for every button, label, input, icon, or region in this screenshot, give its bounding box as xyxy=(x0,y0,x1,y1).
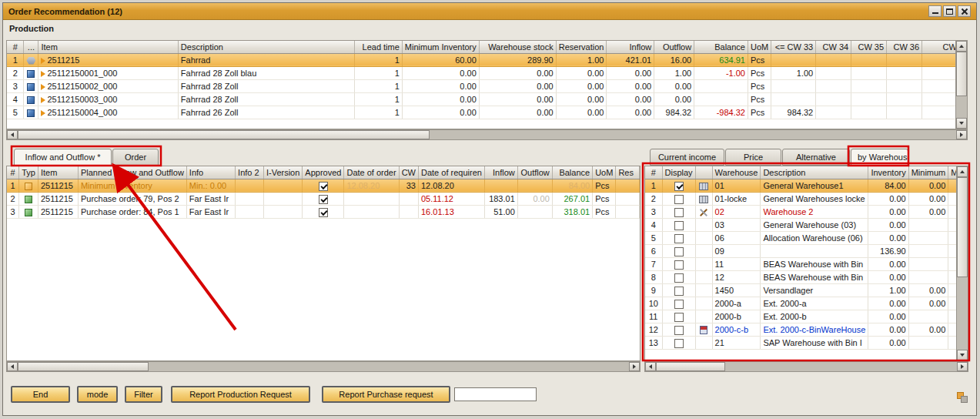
maximize-button[interactable] xyxy=(943,5,956,17)
warehouse-table-vscrollbar[interactable] xyxy=(956,166,968,360)
col-header-info[interactable]: Info xyxy=(186,166,235,179)
col-header-inventory[interactable]: Inventory xyxy=(868,166,908,179)
scroll-right-button[interactable] xyxy=(957,362,968,371)
report-purchase-request-button[interactable]: Report Purchase request xyxy=(322,386,450,403)
table-row[interactable]: 102000-aExt. 2000-a0.000.00 xyxy=(645,297,967,310)
top-table-hscrollbar[interactable] xyxy=(6,129,968,140)
close-button[interactable] xyxy=(958,5,971,17)
scrollbar-thumb[interactable] xyxy=(18,130,430,139)
table-row[interactable]: 12511215Minimum InventoryMin.: 0.0012.08… xyxy=(7,179,640,192)
col-header-warehouse-type-cell[interactable] xyxy=(695,166,712,179)
scroll-left-button[interactable] xyxy=(7,362,18,371)
col-header-outflow[interactable]: Outflow xyxy=(517,166,552,179)
free-text-input[interactable] xyxy=(454,387,537,401)
col-header-type-cell[interactable]: Typ xyxy=(19,166,38,179)
tab-by-warehouse[interactable]: by Warehouse xyxy=(851,149,908,166)
warehouse-table-hscrollbar[interactable] xyxy=(644,361,968,372)
table-row[interactable]: 711BEAS Warehouse with Bin0.00 xyxy=(645,257,967,270)
col-header-balance[interactable]: Balance xyxy=(552,166,592,179)
col-header-lead-time[interactable]: Lead time xyxy=(354,41,402,53)
filter-button[interactable]: Filter xyxy=(125,386,162,403)
display-checkbox[interactable] xyxy=(662,310,695,323)
col-header-display-checkbox[interactable]: Display xyxy=(662,166,695,179)
col-header-description[interactable]: Description xyxy=(178,41,354,53)
scroll-up-button[interactable] xyxy=(957,166,968,177)
approved-checkbox[interactable] xyxy=(303,192,344,205)
col-header-row-number[interactable]: # xyxy=(645,166,662,179)
checkbox[interactable] xyxy=(674,287,684,296)
title-bar[interactable]: Order Recommendation (12) xyxy=(3,3,976,20)
col-header-uom[interactable]: UoM xyxy=(748,41,771,53)
table-row[interactable]: 302Warehouse 20.000.00 xyxy=(645,205,967,218)
col-header-item-type-cell[interactable]: ... xyxy=(24,41,38,53)
col-header-approved-checkbox[interactable]: Approved xyxy=(303,166,344,179)
display-checkbox[interactable] xyxy=(662,244,695,257)
checkbox[interactable] xyxy=(674,300,684,309)
report-production-request-button[interactable]: Report Production Request xyxy=(171,386,310,403)
col-header-item-code[interactable]: Item xyxy=(38,166,78,179)
display-checkbox[interactable] xyxy=(662,336,695,349)
link-arrow-icon[interactable] xyxy=(41,110,45,116)
col-header-info-2[interactable]: Info 2 xyxy=(236,166,264,179)
display-checkbox[interactable] xyxy=(662,297,695,310)
tab-current-income[interactable]: Current income xyxy=(650,149,724,166)
col-header-cw-33[interactable]: <= CW 33 xyxy=(771,41,816,53)
display-checkbox[interactable] xyxy=(662,218,695,231)
col-header-i-version[interactable]: I-Version xyxy=(263,166,302,179)
scrollbar-thumb[interactable] xyxy=(656,362,725,371)
display-checkbox[interactable] xyxy=(662,179,695,192)
col-header-cw-35[interactable]: CW 35 xyxy=(851,41,887,53)
col-header-date-of-requirement[interactable]: Date of requiren xyxy=(418,166,484,179)
col-header-warehouse-code[interactable]: Warehouse xyxy=(712,166,761,179)
tab-inflow-and-outflow[interactable]: Inflow and Outflow * xyxy=(14,149,112,166)
table-row[interactable]: 403General Warehouse (03)0.00 xyxy=(645,218,967,231)
col-header-outflow[interactable]: Outflow xyxy=(654,41,694,53)
scroll-up-button[interactable] xyxy=(956,41,967,52)
checkbox[interactable] xyxy=(674,313,684,322)
end-button[interactable]: End xyxy=(11,386,70,403)
checkbox[interactable] xyxy=(674,273,684,283)
link-arrow-icon[interactable] xyxy=(41,84,45,90)
table-row[interactable]: 812BEAS Warehouse with Bin0.00 xyxy=(645,270,967,283)
col-header-cw-36[interactable]: CW 36 xyxy=(887,41,922,53)
minimize-button[interactable] xyxy=(928,5,942,17)
checkbox[interactable] xyxy=(319,195,328,204)
resize-grip-icon[interactable] xyxy=(957,392,969,404)
checkbox[interactable] xyxy=(674,182,684,191)
col-header-reservation[interactable]: Res xyxy=(616,166,640,179)
table-row[interactable]: 201-lockeGeneral Warehouses locke0.000.0… xyxy=(645,192,967,205)
col-header-item-code[interactable]: Item xyxy=(38,41,178,53)
col-header-uom[interactable]: UoM xyxy=(593,166,616,179)
col-header-balance[interactable]: Balance xyxy=(694,41,748,53)
scrollbar-thumb[interactable] xyxy=(956,52,967,96)
checkbox[interactable] xyxy=(674,326,684,335)
table-row[interactable]: 1321SAP Warehouse with Bin I0.00 xyxy=(645,336,967,349)
scroll-right-button[interactable] xyxy=(629,362,640,371)
table-row[interactable]: 22511215Purchase order: 79, Pos 2Far Eas… xyxy=(7,192,640,205)
table-row[interactable]: 325112150002_000Fahrrad 28 Zoll10.000.00… xyxy=(7,79,967,92)
checkbox[interactable] xyxy=(674,234,684,243)
table-row[interactable]: 609136.90 xyxy=(645,244,967,257)
link-arrow-icon[interactable] xyxy=(41,71,45,77)
table-row[interactable]: 101General Warehouse184.000.00 xyxy=(645,179,967,192)
scroll-down-button[interactable] xyxy=(957,350,968,360)
checkbox[interactable] xyxy=(674,339,684,348)
mode-button[interactable]: mode xyxy=(77,386,118,403)
col-header-reservation[interactable]: Reservation xyxy=(556,41,607,53)
table-row[interactable]: 91450Versandlager1.000.00 xyxy=(645,283,967,297)
top-table-vscrollbar[interactable] xyxy=(955,41,967,129)
col-header-minimum-inventory[interactable]: Minimum Inventory xyxy=(402,41,479,53)
approved-checkbox[interactable] xyxy=(303,205,344,218)
checkbox[interactable] xyxy=(674,195,684,204)
table-row[interactable]: 506Allocation Warehouse (06)0.00 xyxy=(645,231,967,244)
link-arrow-icon[interactable] xyxy=(41,97,45,103)
col-header-inflow[interactable]: Inflow xyxy=(484,166,517,179)
table-row[interactable]: 122000-c-bExt. 2000-c-BinWareHouse0.000.… xyxy=(645,323,967,336)
col-header-planned-inflow-outflow[interactable]: Planned Inflow and Outflow xyxy=(78,166,186,179)
display-checkbox[interactable] xyxy=(662,283,695,297)
table-row[interactable]: 32511215Purchase order: 84, Pos 1Far Eas… xyxy=(7,205,640,218)
checkbox[interactable] xyxy=(674,247,684,256)
col-header-cw-34[interactable]: CW 34 xyxy=(816,41,851,53)
col-header-minimum[interactable]: Minimum xyxy=(908,166,948,179)
checkbox[interactable] xyxy=(674,208,684,217)
